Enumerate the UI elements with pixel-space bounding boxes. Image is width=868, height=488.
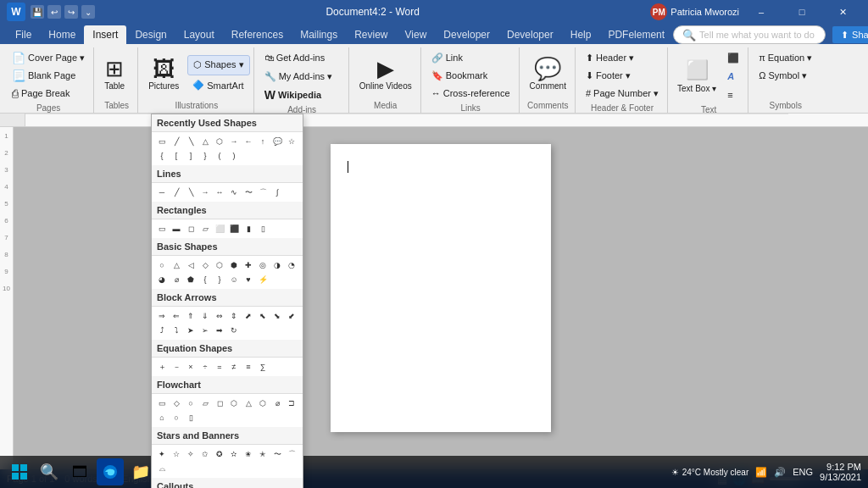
shape-cross[interactable]: ✚ [242,258,255,272]
customize-icon[interactable]: ⌄ [81,5,95,19]
share-button[interactable]: ⬆ Share [832,26,868,43]
line-scribble[interactable]: ∫ [270,186,284,199]
shape-brace2[interactable]: } [198,149,212,163]
eq-equiv[interactable]: ≡ [242,360,255,374]
line-arrow1[interactable]: → [198,186,212,199]
rect-double[interactable]: ▯ [256,222,270,236]
barrow-u[interactable]: ⇑ [184,309,198,323]
shape-arrow-r[interactable]: → [227,135,241,148]
shape-tri[interactable]: △ [198,135,212,148]
pictures-button[interactable]: 🖼 Pictures [143,55,184,93]
flow-multidoc[interactable]: ⬡ [227,396,241,410]
shape-triangle[interactable]: △ [170,258,183,272]
star-6[interactable]: ✧ [184,447,198,461]
shape-cube[interactable]: ⬟ [184,273,198,286]
tab-home[interactable]: Home [40,25,84,44]
quick-parts-button[interactable]: ⬛ [722,49,744,66]
search-taskbar-button[interactable]: 🔍 [36,458,63,485]
flow-manual[interactable]: △ [242,396,255,410]
eq-minus[interactable]: － [170,360,183,374]
tab-help[interactable]: Help [562,25,600,44]
flow-db[interactable]: ⌂ [155,411,169,424]
shape-brace1[interactable]: { [155,149,169,163]
shape-star[interactable]: ☆ [285,135,298,148]
line-curve2[interactable]: 〜 [242,186,255,199]
flow-card[interactable]: ▯ [184,411,198,424]
taskview-button[interactable]: 🗖 [66,458,93,485]
tab-insert[interactable]: Insert [84,25,126,44]
line-straight[interactable]: ─ [155,186,169,199]
line-arrow2[interactable]: ↔ [213,186,226,199]
shape-cylinder[interactable]: ⌀ [170,273,183,286]
eq-div[interactable]: ÷ [198,360,212,374]
shape-callout[interactable]: 💬 [270,135,284,148]
shape-rtriangle[interactable]: ◁ [184,258,198,272]
save-icon[interactable]: 💾 [31,5,44,19]
footer-button[interactable]: ⬇ Footer ▾ [581,67,636,84]
barrow-r[interactable]: ⇒ [155,309,169,323]
barrow-notch[interactable]: ➤ [184,324,198,337]
shape-pent[interactable]: ⬡ [213,135,226,148]
flow-connector[interactable]: ○ [170,411,183,424]
banner2[interactable]: ⌒ [285,447,298,461]
shape-arrow-l[interactable]: ← [242,135,255,148]
minimize-button[interactable]: – [743,0,780,24]
symbol-button[interactable]: Ω Symbol ▾ [754,67,812,84]
line-curve1[interactable]: ∿ [227,186,241,199]
tab-references[interactable]: References [223,25,292,44]
shape-half[interactable]: ◑ [270,258,284,272]
shape-bracket1[interactable]: [ [170,149,183,163]
rect-fold[interactable]: ⬜ [213,222,226,236]
tell-me-input[interactable]: 🔍 Tell me what you want to do [673,25,826,44]
tab-review[interactable]: Review [346,25,396,44]
equation-button[interactable]: π Equation ▾ [754,49,817,66]
rect-basic[interactable]: ▭ [155,222,169,236]
document-page[interactable] [331,144,551,432]
star-10[interactable]: ✫ [227,447,241,461]
barrow-ul[interactable]: ⬋ [285,309,298,323]
shape-para2[interactable]: ) [227,149,241,163]
tab-developer1[interactable]: Developer [435,25,498,44]
shape-pie[interactable]: ◕ [155,273,169,286]
barrow-ur[interactable]: ⬊ [270,309,284,323]
shape-bracket2[interactable]: ] [184,149,198,163]
get-addins-button[interactable]: 🛍 Get Add-ins [259,49,330,66]
online-videos-button[interactable]: ▶ Online Videos [354,55,417,93]
tab-mailings[interactable]: Mailings [292,25,346,44]
dropcap-button[interactable]: ≡ [722,86,744,103]
my-addins-button[interactable]: 🔧 My Add-ins ▾ [259,68,337,85]
barrow-bent[interactable]: ⤴ [155,324,169,337]
star-12[interactable]: ✬ [242,447,255,461]
shape-smiley[interactable]: ☺ [227,273,241,286]
flow-prep[interactable]: ⬡ [256,396,270,410]
wordart-button[interactable]: A [722,68,744,85]
rect-rounded[interactable]: ▬ [170,222,183,236]
flow-stored[interactable]: ⌀ [270,396,284,410]
barrow-stripe[interactable]: ➡ [213,324,226,337]
redo-icon[interactable]: ↪ [64,5,78,19]
flow-document[interactable]: ◻ [213,396,226,410]
shape-lightning[interactable]: ⚡ [256,273,270,286]
barrow-bent2[interactable]: ⤵ [170,324,183,337]
shape-brace-l[interactable]: { [198,273,212,286]
comment-button[interactable]: 💬 Comment [525,55,571,93]
shape-heart[interactable]: ♥ [242,273,255,286]
word-logo-icon[interactable]: W [7,3,25,21]
flow-process[interactable]: ▭ [155,396,169,410]
eq-times[interactable]: × [184,360,198,374]
shape-hexagon[interactable]: ⬡ [213,258,226,272]
header-button[interactable]: ⬆ Header ▾ [581,49,639,66]
textbox-button[interactable]: ⬜ Text Box ▾ [673,55,721,97]
user-area[interactable]: PM Patricia Mworozi [650,3,739,20]
cover-page-button[interactable]: 📄 Cover Page ▾ [7,49,90,66]
shape-chord[interactable]: ◔ [285,258,298,272]
blank-page-button[interactable]: 📃 Blank Page [7,67,81,84]
flow-terminator[interactable]: ○ [184,396,198,410]
tab-view[interactable]: View [397,25,436,44]
tab-file[interactable]: File [7,25,40,44]
smartart-button[interactable]: 🔷 SmartArt [187,77,249,94]
barrow-dl[interactable]: ⬉ [256,309,270,323]
shape-arrow-u[interactable]: ↑ [256,135,270,148]
tab-developer2[interactable]: Developer [498,25,562,44]
line-diag2[interactable]: ╲ [184,186,198,199]
